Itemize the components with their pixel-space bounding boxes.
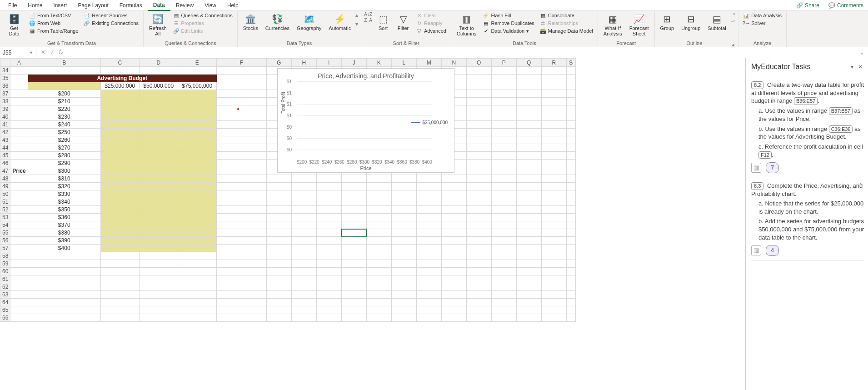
tab-formulas[interactable]: Formulas <box>114 0 148 10</box>
task-detail-icon[interactable]: ▥ <box>751 163 761 173</box>
group-sortfilter: Sort & Filter <box>364 40 448 47</box>
task-collapse-icon[interactable]: ⌃ <box>858 182 863 189</box>
relationships-icon: ⇄ <box>540 20 546 26</box>
chart-legend: $25,000,000 <box>411 120 448 125</box>
tab-insert[interactable]: Insert <box>48 0 72 10</box>
cancel-formula-icon[interactable]: ✕ <box>41 49 45 55</box>
comments-icon: 💬 <box>828 2 835 9</box>
ungroup-button[interactable]: ⊟Ungroup <box>678 12 703 32</box>
tab-pagelayout[interactable]: Page Layout <box>72 0 114 10</box>
remove-duplicates[interactable]: ▤Remove Duplicates <box>481 20 536 27</box>
from-web[interactable]: 🌐From Web <box>27 20 80 27</box>
advanced-filter[interactable]: ▽Advanced <box>414 27 448 35</box>
tab-view[interactable]: View <box>199 0 222 10</box>
edit-links[interactable]: 🔗Edit Links <box>171 27 234 35</box>
forecast-icon: 📈 <box>633 13 645 25</box>
pane-menu-icon[interactable]: ▾ <box>851 64 853 70</box>
share-button[interactable]: 🔗Share <box>792 0 824 10</box>
forecast-sheet-button[interactable]: 📈Forecast Sheet <box>627 12 652 37</box>
outline-show-detail[interactable]: +≡ <box>731 12 736 16</box>
fx-icon[interactable]: fx <box>59 49 63 56</box>
refresh-all-button[interactable]: 🔄Refresh All <box>146 12 170 37</box>
solver[interactable]: ?→Solver <box>741 20 783 27</box>
filter-icon: ▽ <box>397 13 409 25</box>
csv-icon: 📄 <box>29 12 35 19</box>
group-icon: ⊞ <box>661 13 673 25</box>
properties-icon: ☰ <box>173 20 180 26</box>
filter-button[interactable]: ▽Filter <box>394 12 412 32</box>
clear-icon: ✕ <box>416 12 422 19</box>
reapply-filter[interactable]: ↻Reapply <box>414 20 448 27</box>
from-text-csv[interactable]: 📄From Text/CSV <box>27 12 80 19</box>
datavalidation-icon: ✔ <box>483 28 489 34</box>
consolidate[interactable]: ▦Consolidate <box>538 12 595 19</box>
group-queries: Queries & Connections <box>146 40 234 47</box>
formula-input[interactable] <box>67 52 856 54</box>
table-icon: ▦ <box>29 28 35 34</box>
tab-data[interactable]: Data <box>148 0 170 11</box>
get-data-button[interactable]: 🗄️Get Data <box>3 12 25 37</box>
formula-expand-icon[interactable]: ⌄ <box>856 50 868 56</box>
name-box[interactable]: J55▼ <box>0 49 36 57</box>
cell-ref: F12 <box>758 151 772 159</box>
data-validation[interactable]: ✔Data Validation ▾ <box>481 27 536 35</box>
geography-button[interactable]: 🗺️Geography <box>294 12 324 32</box>
chart-title: Price, Advertising, and Profitability <box>281 72 450 80</box>
whatif-icon: ▦ <box>606 13 619 25</box>
group-datatools: Data Tools <box>454 40 595 47</box>
existing-connections[interactable]: 🔗Existing Connections <box>82 20 140 27</box>
stocks-button[interactable]: 🏛️Stocks <box>240 12 261 32</box>
text-to-columns-button[interactable]: ▥Text to Columns <box>454 12 479 37</box>
geography-icon: 🗺️ <box>303 13 315 25</box>
refresh-icon: 🔄 <box>151 13 164 25</box>
legend-swatch <box>411 122 420 123</box>
sort-za[interactable]: Z↓A <box>364 18 372 23</box>
namebox-dropdown-icon[interactable]: ▼ <box>29 50 33 55</box>
subtotal-button[interactable]: ▤Subtotal <box>705 12 728 32</box>
enter-formula-icon[interactable]: ✓ <box>50 49 55 55</box>
tab-file[interactable]: File <box>3 0 22 10</box>
outline-hide-detail[interactable]: −≡ <box>731 19 736 24</box>
tab-review[interactable]: Review <box>170 0 199 10</box>
clear-filter[interactable]: ✕Clear <box>414 12 448 19</box>
stocks-icon: 🏛️ <box>244 13 257 25</box>
chart[interactable]: Price, Advertising, and Profitability To… <box>277 68 454 173</box>
ribbon: 🗄️Get Data 📄From Text/CSV 🌐From Web ▦Fro… <box>0 11 868 47</box>
pane-close-icon[interactable]: ✕ <box>858 64 863 70</box>
tab-home[interactable]: Home <box>22 0 48 10</box>
advanced-icon: ▽ <box>416 28 422 34</box>
datatype-scroll-up[interactable]: ▴ <box>355 12 358 18</box>
worksheet[interactable]: ABCDEFGHIJKLMNOPQRS3435Advertising Budge… <box>0 58 745 390</box>
task-number: 8.2 <box>751 81 763 89</box>
cell-ref: C36:E36 <box>829 125 853 133</box>
flashfill-icon: ⚡ <box>483 12 489 19</box>
data-analysis[interactable]: 📊Data Analysis <box>741 12 783 19</box>
tab-help[interactable]: Help <box>222 0 244 10</box>
ribbon-tabs: File Home Insert Page Layout Formulas Da… <box>0 0 868 11</box>
task-detail-icon[interactable]: ▥ <box>751 245 761 255</box>
automatic-icon: ⚡ <box>334 13 346 25</box>
dataanalysis-icon: 📊 <box>743 12 749 19</box>
removedup-icon: ▤ <box>483 20 489 26</box>
currencies-button[interactable]: 💱Currencies <box>263 12 292 32</box>
legend-label: $25,000,000 <box>422 120 448 125</box>
smart-tag-icon[interactable] <box>237 108 239 110</box>
recent-sources[interactable]: 📑Recent Sources <box>82 12 140 19</box>
whatif-button[interactable]: ▦What-If Analysis <box>601 12 625 37</box>
properties[interactable]: ☰Properties <box>171 20 234 27</box>
group-analyze: Analyze <box>741 40 783 47</box>
flash-fill[interactable]: ⚡Flash Fill <box>481 12 536 19</box>
task-collapse-icon[interactable]: ⌃ <box>858 81 863 88</box>
automatic-button[interactable]: ⚡Automatic <box>326 12 354 32</box>
relationships[interactable]: ⇄Relationships <box>538 20 595 27</box>
datatype-scroll-down[interactable]: ▾ <box>355 21 358 27</box>
sort-az[interactable]: A↓Z <box>364 12 372 17</box>
from-table-range[interactable]: ▦From Table/Range <box>27 27 80 35</box>
outline-launcher[interactable]: ◢ <box>731 42 735 47</box>
sort-button[interactable]: ⬚Sort <box>374 12 392 32</box>
queries-connections[interactable]: ▤Queries & Connections <box>171 12 234 19</box>
comments-button[interactable]: 💬Comments <box>824 0 868 10</box>
manage-data-model[interactable]: 🗃️Manage Data Model <box>538 27 595 35</box>
cell-ref: B37:B57 <box>829 107 853 115</box>
group-button[interactable]: ⊞Group <box>658 12 677 32</box>
